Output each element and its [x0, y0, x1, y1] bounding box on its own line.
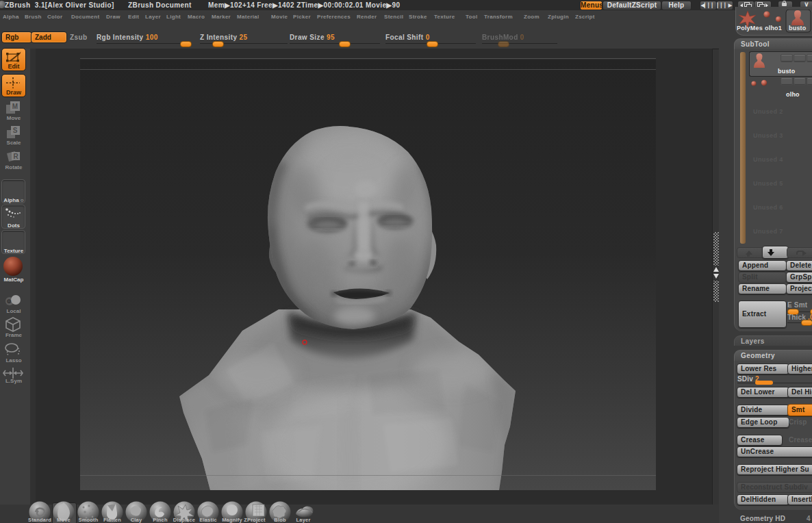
svg-text:M: M	[12, 103, 18, 110]
svg-text:⚙: ⚙	[6, 298, 11, 305]
svg-text:S: S	[13, 127, 18, 134]
svg-text:R: R	[13, 153, 18, 160]
